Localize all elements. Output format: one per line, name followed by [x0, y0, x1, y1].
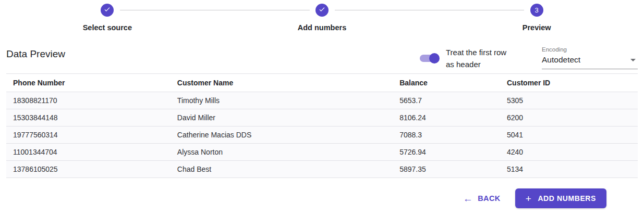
back-button-label: BACK [478, 194, 501, 203]
table-cell: 11001344704 [6, 144, 171, 161]
table-cell: David Miller [171, 109, 393, 127]
encoding-value: Autodetect [542, 55, 630, 65]
step-add-numbers-indicator[interactable] [315, 4, 329, 17]
table-row: 19777560314Catherine Macias DDS7088.3504… [6, 127, 638, 144]
preview-header: Data Preview Treat the first row as head… [0, 39, 644, 69]
add-numbers-button-label: ADD NUMBERS [538, 194, 596, 203]
table-cell: 5041 [500, 127, 638, 144]
footer-actions: ← BACK + ADD NUMBERS [0, 178, 644, 208]
table-cell: 13786105025 [6, 161, 171, 178]
toggle-label: Treat the first row as header [446, 46, 513, 70]
col-header-balance: Balance [393, 74, 500, 92]
step-label-select-source: Select source [0, 23, 215, 32]
table-cell: 8106.24 [393, 109, 500, 127]
table-cell: 7088.3 [393, 127, 500, 144]
toggle-thumb [429, 53, 440, 64]
table-row: 15303844148David Miller8106.246200 [6, 109, 638, 127]
check-icon [318, 5, 326, 15]
data-preview-table: Phone Number Customer Name Balance Custo… [6, 73, 638, 178]
col-header-phone-number: Phone Number [6, 74, 171, 92]
add-numbers-button[interactable]: + ADD NUMBERS [515, 188, 606, 208]
data-preview-table-wrap: Phone Number Customer Name Balance Custo… [6, 73, 638, 178]
table-cell: 5653.7 [393, 92, 500, 109]
table-cell: 15303844148 [6, 109, 171, 127]
table-cell: 5726.94 [393, 144, 500, 161]
step-number: 3 [535, 6, 539, 14]
table-cell: Chad Best [171, 161, 393, 178]
step-preview-indicator[interactable]: 3 [530, 4, 543, 17]
stepper-connector [120, 10, 310, 10]
table-cell: Catherine Macias DDS [171, 127, 393, 144]
check-icon [103, 5, 111, 15]
first-row-header-toggle[interactable] [420, 52, 439, 65]
table-cell: 5134 [500, 161, 638, 178]
encoding-label: Encoding [542, 46, 638, 53]
arrow-left-icon: ← [463, 194, 473, 204]
stepper-connector [335, 10, 525, 10]
col-header-customer-name: Customer Name [171, 74, 393, 92]
table-cell: 5305 [500, 92, 638, 109]
table-cell: Alyssa Norton [171, 144, 393, 161]
plus-icon: + [526, 194, 532, 204]
table-row: 18308821170Timothy Mills5653.75305 [6, 92, 638, 109]
table-row: 11001344704Alyssa Norton5726.944240 [6, 144, 638, 161]
table-cell: Timothy Mills [171, 92, 393, 109]
header-row-toggle-group: Treat the first row as header [420, 46, 513, 70]
step-select-source-indicator[interactable] [101, 4, 114, 17]
stepper: 3 Select source Add numbers Preview [0, 0, 644, 39]
col-header-customer-id: Customer ID [500, 74, 638, 92]
step-label-add-numbers: Add numbers [215, 23, 430, 32]
dropdown-arrow-icon [630, 59, 636, 61]
encoding-select[interactable]: Encoding Autodetect [542, 46, 638, 69]
table-cell: 18308821170 [6, 92, 171, 109]
table-row: 13786105025Chad Best5897.355134 [6, 161, 638, 178]
table-cell: 19777560314 [6, 127, 171, 144]
step-label-preview: Preview [429, 23, 644, 32]
page-title: Data Preview [6, 46, 65, 60]
table-cell: 4240 [500, 144, 638, 161]
table-cell: 6200 [500, 109, 638, 127]
back-button[interactable]: ← BACK [463, 194, 501, 204]
table-cell: 5897.35 [393, 161, 500, 178]
table-header-row: Phone Number Customer Name Balance Custo… [6, 74, 638, 92]
